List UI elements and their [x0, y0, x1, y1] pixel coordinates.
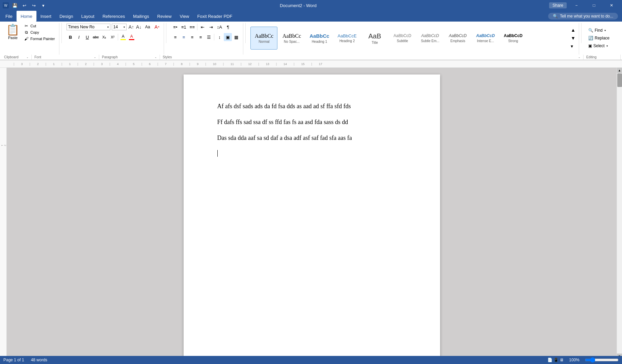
styles-scroll-up[interactable]: ▲: [570, 27, 576, 33]
align-left-button[interactable]: ≡: [171, 33, 179, 41]
menu-view[interactable]: View: [175, 11, 193, 22]
subscript-button[interactable]: X₂: [100, 33, 108, 41]
menu-foxit[interactable]: Foxit Reader PDF: [193, 11, 236, 22]
font-group: Times New Ro ▾ 14 ▾ A↑ A↓ Aa A✕ B: [64, 23, 164, 55]
redo-button[interactable]: ↪: [30, 1, 38, 9]
increase-font-button[interactable]: A↑: [128, 24, 135, 30]
document-content[interactable]: Af afs dsf sads ads da fd fsa dds as aad…: [217, 101, 406, 158]
copy-icon: ⧉: [24, 30, 29, 35]
replace-button[interactable]: 🔄 Replace: [586, 35, 612, 41]
ribbon: 📋 Paste ✂ Cut ⧉ Copy 🖌 Format Painter: [0, 22, 622, 60]
change-case-button[interactable]: Aa: [143, 23, 152, 31]
style-emphasis-preview: AaBbCcD: [449, 33, 467, 38]
close-button[interactable]: ✕: [604, 0, 619, 11]
column-button[interactable]: ☰: [205, 33, 213, 41]
document-area[interactable]: Af afs dsf sads ads da fd fsa dds as aad…: [7, 68, 617, 359]
justify-button[interactable]: ≡: [196, 33, 205, 41]
paragraph-1: Af afs dsf sads ads da fd fsa dds as aad…: [217, 101, 406, 111]
format-painter-label: Format Painter: [30, 37, 55, 41]
font-expand-icon[interactable]: ⌄: [94, 56, 96, 59]
multilevel-list-button[interactable]: ≡≡: [188, 23, 196, 31]
numbering-button[interactable]: ≡1: [180, 23, 188, 31]
customize-button[interactable]: ▾: [39, 1, 47, 9]
border-button[interactable]: ▦: [232, 33, 240, 41]
undo-button[interactable]: ↩: [20, 1, 28, 9]
decrease-indent-button[interactable]: ⇤: [198, 23, 207, 31]
clipboard-label: Clipboard ⌄: [1, 55, 32, 60]
align-center-button[interactable]: ≡: [180, 33, 188, 41]
superscript-button[interactable]: X²: [109, 33, 117, 41]
style-emphasis[interactable]: AaBbCcD Emphasis: [444, 27, 471, 50]
font-name-selector[interactable]: Times New Ro ▾: [66, 24, 110, 30]
cut-label: Cut: [30, 24, 36, 28]
font-size-selector[interactable]: 14 ▾: [112, 24, 127, 30]
styles-expand-icon[interactable]: ⌄: [578, 56, 580, 59]
paste-icon: 📋: [6, 24, 20, 35]
style-no-spacing[interactable]: AaBbCc No Spac...: [278, 27, 305, 50]
increase-indent-button[interactable]: ⇥: [207, 23, 215, 31]
copy-button[interactable]: ⧉ Copy: [22, 29, 56, 35]
styles-group: AaBbCc Normal AaBbCc No Spac... AaBbCc H…: [248, 23, 579, 55]
scroll-track[interactable]: [617, 73, 622, 354]
style-heading2[interactable]: AaBbCcE Heading 2: [333, 27, 360, 50]
line-spacing-button[interactable]: ↕: [215, 33, 223, 41]
style-strong[interactable]: AaBbCcD Strong: [499, 27, 526, 50]
style-heading1[interactable]: AaBbCc Heading 1: [306, 27, 333, 50]
cut-button[interactable]: ✂ Cut: [22, 23, 56, 29]
styles-expand[interactable]: ▾: [570, 43, 576, 50]
strikethrough-button[interactable]: abc: [92, 33, 100, 41]
style-subtitle[interactable]: AaBbCcD Subtitle: [389, 27, 416, 50]
format-painter-button[interactable]: 🖌 Format Painter: [22, 36, 56, 42]
menu-insert[interactable]: Insert: [36, 11, 56, 22]
save-button[interactable]: 💾: [11, 1, 19, 9]
ruler: | 3 | 2 | 1 | 1 | 2 | 3 | 4 | 5 | 6 | 7 …: [0, 60, 622, 68]
text-highlight-button[interactable]: A: [119, 33, 127, 41]
paragraph-expand-icon[interactable]: ⌄: [155, 56, 157, 59]
bullets-button[interactable]: ≡•: [171, 23, 179, 31]
show-hide-button[interactable]: ¶: [224, 23, 232, 31]
scroll-up-button[interactable]: ▲: [617, 68, 622, 73]
paste-button[interactable]: 📋 Paste: [4, 23, 22, 41]
style-title[interactable]: AaB Title: [361, 27, 388, 50]
search-box[interactable]: 🔍 Tell me what you want to do...: [548, 13, 618, 20]
replace-label: Replace: [595, 36, 610, 40]
menu-file[interactable]: File: [1, 11, 17, 22]
shading-button[interactable]: ▣: [224, 33, 232, 41]
status-bar: Page 1 of 1 48 words 📄 📱 🖥 100%: [0, 356, 622, 364]
font-color-indicator: [129, 39, 134, 40]
menu-home[interactable]: Home: [17, 11, 36, 22]
minimize-button[interactable]: −: [569, 0, 584, 11]
clear-formatting-button[interactable]: A✕: [153, 23, 161, 31]
share-button[interactable]: Share: [549, 2, 567, 8]
font-color-button[interactable]: A: [128, 33, 136, 41]
decrease-font-button[interactable]: A↓: [135, 24, 142, 30]
styles-scroll-down[interactable]: ▼: [570, 35, 576, 41]
font-label: Font ⌄: [32, 55, 99, 60]
menu-references[interactable]: References: [99, 11, 129, 22]
text-cursor: [217, 150, 218, 157]
style-normal-preview: AaBbCc: [255, 33, 273, 39]
page: Af afs dsf sads ads da fd fsa dds as aad…: [184, 74, 440, 359]
font-name-value: Times New Ro: [68, 25, 94, 29]
sort-button[interactable]: ↕A: [215, 23, 223, 31]
select-button[interactable]: ▣ Select ▾: [586, 42, 610, 49]
italic-button[interactable]: I: [75, 33, 83, 41]
vertical-ruler: 12345678910111213: [0, 68, 7, 359]
menu-design[interactable]: Design: [55, 11, 77, 22]
bold-button[interactable]: B: [66, 33, 75, 41]
maximize-button[interactable]: □: [586, 0, 602, 11]
scroll-thumb[interactable]: [617, 73, 622, 87]
underline-button[interactable]: U: [83, 33, 91, 41]
align-right-button[interactable]: ≡: [188, 33, 196, 41]
find-button[interactable]: 🔍 Find ▾: [586, 27, 608, 34]
menu-mailings[interactable]: Mailings: [129, 11, 153, 22]
style-normal[interactable]: AaBbCc Normal: [250, 27, 277, 50]
layout-icons[interactable]: 📄 📱 🖥: [547, 358, 564, 362]
style-intense-emphasis[interactable]: AaBbCcD Intense E...: [472, 27, 499, 50]
menu-review[interactable]: Review: [153, 11, 176, 22]
menu-layout[interactable]: Layout: [77, 11, 99, 22]
style-subtle-emphasis[interactable]: AaBbCcD Subtle Em...: [416, 27, 443, 50]
vertical-scrollbar[interactable]: ▲ ▼: [617, 68, 622, 359]
zoom-slider[interactable]: [585, 357, 619, 363]
clipboard-expand-icon[interactable]: ⌄: [26, 56, 29, 59]
